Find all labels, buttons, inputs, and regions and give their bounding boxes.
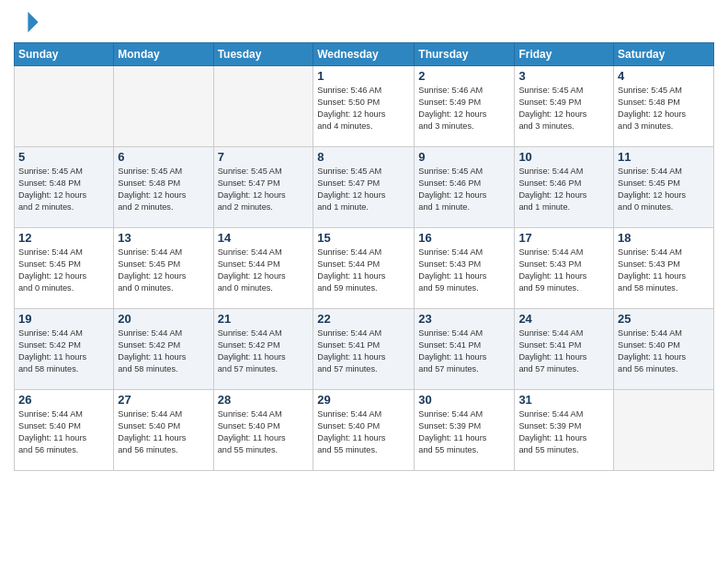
- day-info: Sunrise: 5:44 AM Sunset: 5:41 PM Dayligh…: [518, 327, 609, 375]
- calendar-cell: 6Sunrise: 5:45 AM Sunset: 5:48 PM Daylig…: [114, 147, 213, 228]
- calendar-week-row: 26Sunrise: 5:44 AM Sunset: 5:40 PM Dayli…: [15, 390, 714, 471]
- calendar-cell: 12Sunrise: 5:44 AM Sunset: 5:45 PM Dayli…: [15, 228, 114, 309]
- day-info: Sunrise: 5:44 AM Sunset: 5:43 PM Dayligh…: [418, 247, 510, 294]
- calendar-cell: [15, 66, 114, 147]
- day-info: Sunrise: 5:44 AM Sunset: 5:42 PM Dayligh…: [218, 327, 310, 375]
- day-info: Sunrise: 5:44 AM Sunset: 5:44 PM Dayligh…: [218, 247, 310, 294]
- day-number: 1: [317, 69, 410, 83]
- day-number: 18: [618, 231, 710, 245]
- calendar-week-row: 12Sunrise: 5:44 AM Sunset: 5:45 PM Dayli…: [15, 228, 714, 309]
- day-info: Sunrise: 5:44 AM Sunset: 5:46 PM Dayligh…: [518, 166, 609, 213]
- calendar-cell: 5Sunrise: 5:45 AM Sunset: 5:48 PM Daylig…: [15, 147, 114, 228]
- day-number: 4: [618, 69, 710, 83]
- day-number: 28: [218, 393, 310, 407]
- day-info: Sunrise: 5:44 AM Sunset: 5:40 PM Dayligh…: [618, 327, 710, 375]
- day-info: Sunrise: 5:45 AM Sunset: 5:47 PM Dayligh…: [317, 166, 410, 213]
- calendar-cell: 22Sunrise: 5:44 AM Sunset: 5:41 PM Dayli…: [313, 309, 415, 390]
- day-number: 31: [518, 393, 609, 407]
- calendar: SundayMondayTuesdayWednesdayThursdayFrid…: [14, 42, 714, 471]
- day-info: Sunrise: 5:46 AM Sunset: 5:50 PM Dayligh…: [317, 85, 410, 132]
- day-number: 22: [317, 312, 410, 326]
- calendar-header-row: SundayMondayTuesdayWednesdayThursdayFrid…: [15, 43, 714, 66]
- day-info: Sunrise: 5:44 AM Sunset: 5:42 PM Dayligh…: [18, 327, 109, 375]
- day-number: 10: [518, 150, 609, 164]
- day-number: 25: [618, 312, 710, 326]
- day-number: 11: [618, 150, 710, 164]
- day-info: Sunrise: 5:45 AM Sunset: 5:46 PM Dayligh…: [418, 166, 510, 213]
- calendar-cell: 26Sunrise: 5:44 AM Sunset: 5:40 PM Dayli…: [15, 390, 114, 471]
- day-number: 29: [317, 393, 410, 407]
- calendar-cell: 13Sunrise: 5:44 AM Sunset: 5:45 PM Dayli…: [114, 228, 213, 309]
- calendar-cell: 16Sunrise: 5:44 AM Sunset: 5:43 PM Dayli…: [415, 228, 515, 309]
- calendar-cell: 3Sunrise: 5:45 AM Sunset: 5:49 PM Daylig…: [515, 66, 614, 147]
- day-number: 16: [418, 231, 510, 245]
- day-number: 17: [518, 231, 609, 245]
- svg-marker-0: [28, 12, 38, 32]
- day-info: Sunrise: 5:45 AM Sunset: 5:48 PM Dayligh…: [618, 85, 710, 132]
- day-number: 15: [317, 231, 410, 245]
- day-header-thursday: Thursday: [415, 43, 515, 66]
- header: [14, 9, 714, 35]
- day-info: Sunrise: 5:44 AM Sunset: 5:42 PM Dayligh…: [118, 327, 209, 375]
- calendar-cell: 2Sunrise: 5:46 AM Sunset: 5:49 PM Daylig…: [415, 66, 515, 147]
- day-number: 7: [218, 150, 310, 164]
- day-info: Sunrise: 5:44 AM Sunset: 5:40 PM Dayligh…: [317, 408, 410, 456]
- calendar-cell: 29Sunrise: 5:44 AM Sunset: 5:40 PM Dayli…: [313, 390, 415, 471]
- day-info: Sunrise: 5:44 AM Sunset: 5:45 PM Dayligh…: [118, 247, 209, 294]
- day-info: Sunrise: 5:44 AM Sunset: 5:40 PM Dayligh…: [18, 408, 109, 456]
- calendar-cell: 27Sunrise: 5:44 AM Sunset: 5:40 PM Dayli…: [114, 390, 213, 471]
- calendar-cell: 20Sunrise: 5:44 AM Sunset: 5:42 PM Dayli…: [114, 309, 213, 390]
- day-number: 14: [218, 231, 310, 245]
- calendar-week-row: 5Sunrise: 5:45 AM Sunset: 5:48 PM Daylig…: [15, 147, 714, 228]
- day-info: Sunrise: 5:45 AM Sunset: 5:48 PM Dayligh…: [18, 166, 109, 213]
- calendar-cell: 4Sunrise: 5:45 AM Sunset: 5:48 PM Daylig…: [614, 66, 714, 147]
- day-info: Sunrise: 5:44 AM Sunset: 5:43 PM Dayligh…: [618, 247, 710, 294]
- day-number: 27: [118, 393, 209, 407]
- day-header-saturday: Saturday: [614, 43, 714, 66]
- calendar-cell: 8Sunrise: 5:45 AM Sunset: 5:47 PM Daylig…: [313, 147, 415, 228]
- calendar-cell: 1Sunrise: 5:46 AM Sunset: 5:50 PM Daylig…: [313, 66, 415, 147]
- day-number: 21: [218, 312, 310, 326]
- calendar-cell: [114, 66, 213, 147]
- day-number: 19: [18, 312, 109, 326]
- calendar-week-row: 19Sunrise: 5:44 AM Sunset: 5:42 PM Dayli…: [15, 309, 714, 390]
- day-number: 13: [118, 231, 209, 245]
- page: SundayMondayTuesdayWednesdayThursdayFrid…: [0, 0, 728, 563]
- day-info: Sunrise: 5:45 AM Sunset: 5:48 PM Dayligh…: [118, 166, 209, 213]
- calendar-cell: 30Sunrise: 5:44 AM Sunset: 5:39 PM Dayli…: [415, 390, 515, 471]
- calendar-cell: 19Sunrise: 5:44 AM Sunset: 5:42 PM Dayli…: [15, 309, 114, 390]
- day-info: Sunrise: 5:44 AM Sunset: 5:45 PM Dayligh…: [18, 247, 109, 294]
- day-info: Sunrise: 5:44 AM Sunset: 5:44 PM Dayligh…: [317, 247, 410, 294]
- logo: [14, 9, 43, 35]
- calendar-cell: 14Sunrise: 5:44 AM Sunset: 5:44 PM Dayli…: [213, 228, 313, 309]
- calendar-cell: 10Sunrise: 5:44 AM Sunset: 5:46 PM Dayli…: [515, 147, 614, 228]
- calendar-cell: 7Sunrise: 5:45 AM Sunset: 5:47 PM Daylig…: [213, 147, 313, 228]
- calendar-cell: [614, 390, 714, 471]
- day-number: 2: [418, 69, 510, 83]
- day-number: 23: [418, 312, 510, 326]
- day-number: 8: [317, 150, 410, 164]
- day-info: Sunrise: 5:45 AM Sunset: 5:49 PM Dayligh…: [518, 85, 609, 132]
- day-info: Sunrise: 5:44 AM Sunset: 5:43 PM Dayligh…: [518, 247, 609, 294]
- calendar-cell: 31Sunrise: 5:44 AM Sunset: 5:39 PM Dayli…: [515, 390, 614, 471]
- calendar-cell: 15Sunrise: 5:44 AM Sunset: 5:44 PM Dayli…: [313, 228, 415, 309]
- day-info: Sunrise: 5:46 AM Sunset: 5:49 PM Dayligh…: [418, 85, 510, 132]
- day-info: Sunrise: 5:44 AM Sunset: 5:41 PM Dayligh…: [317, 327, 410, 375]
- day-info: Sunrise: 5:44 AM Sunset: 5:40 PM Dayligh…: [118, 408, 209, 456]
- day-info: Sunrise: 5:44 AM Sunset: 5:41 PM Dayligh…: [418, 327, 510, 375]
- day-header-monday: Monday: [114, 43, 213, 66]
- calendar-cell: 9Sunrise: 5:45 AM Sunset: 5:46 PM Daylig…: [415, 147, 515, 228]
- day-info: Sunrise: 5:45 AM Sunset: 5:47 PM Dayligh…: [218, 166, 310, 213]
- calendar-cell: 24Sunrise: 5:44 AM Sunset: 5:41 PM Dayli…: [515, 309, 614, 390]
- day-number: 24: [518, 312, 609, 326]
- day-number: 26: [18, 393, 109, 407]
- day-header-sunday: Sunday: [15, 43, 114, 66]
- day-header-wednesday: Wednesday: [313, 43, 415, 66]
- calendar-cell: 17Sunrise: 5:44 AM Sunset: 5:43 PM Dayli…: [515, 228, 614, 309]
- calendar-cell: 25Sunrise: 5:44 AM Sunset: 5:40 PM Dayli…: [614, 309, 714, 390]
- calendar-cell: 23Sunrise: 5:44 AM Sunset: 5:41 PM Dayli…: [415, 309, 515, 390]
- calendar-cell: 11Sunrise: 5:44 AM Sunset: 5:45 PM Dayli…: [614, 147, 714, 228]
- calendar-cell: 21Sunrise: 5:44 AM Sunset: 5:42 PM Dayli…: [213, 309, 313, 390]
- day-number: 30: [418, 393, 510, 407]
- day-header-friday: Friday: [515, 43, 614, 66]
